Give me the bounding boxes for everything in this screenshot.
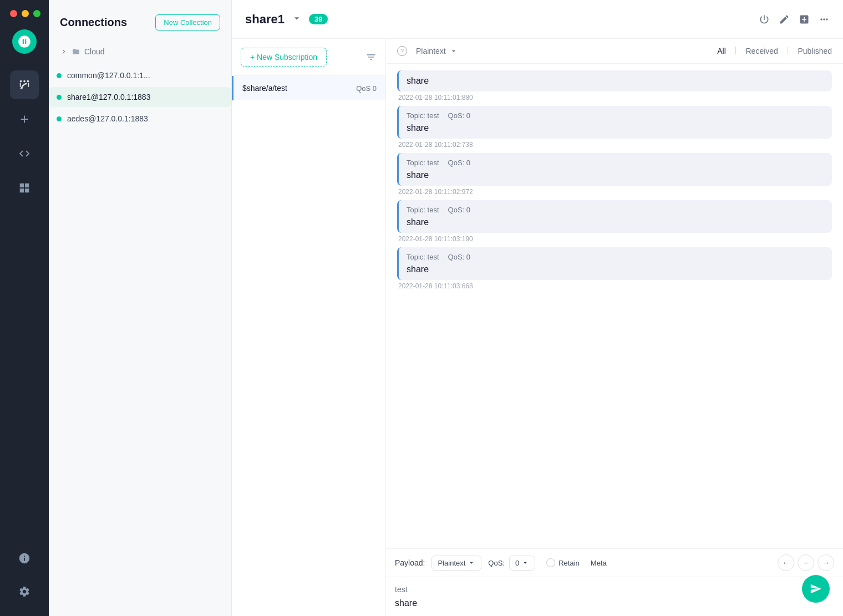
close-button[interactable] <box>10 10 17 17</box>
nav-items <box>10 70 39 544</box>
payload-format-select[interactable]: Plaintext <box>431 556 481 571</box>
sidebar-item-code[interactable] <box>10 139 39 168</box>
message-content-1: share <box>407 123 824 133</box>
connection-item-aedes[interactable]: aedes@127.0.0.1:1883 <box>49 109 231 129</box>
compose-message[interactable]: share <box>395 596 834 610</box>
info-icon <box>18 552 31 564</box>
maximize-button[interactable] <box>33 10 40 17</box>
payload-format-value: Plaintext <box>438 559 465 567</box>
content-area: + New Subscription $share/a/test QoS 0 ?… <box>232 39 843 616</box>
message-qos-2: QoS: 0 <box>448 159 470 167</box>
new-subscription-button[interactable]: + New Subscription <box>241 48 327 67</box>
qos-value: 0 <box>515 559 519 567</box>
data-icon <box>18 182 31 194</box>
clear-message-button[interactable]: − <box>798 554 814 571</box>
message-timestamp-0: 2022-01-28 10:11:01:880 <box>397 94 832 101</box>
message-count-badge: 39 <box>309 14 328 24</box>
send-button[interactable] <box>802 575 830 603</box>
compose-area: Payload: Plaintext QoS: 0 <box>386 548 843 616</box>
message-content-3: share <box>407 217 824 227</box>
message-qos-4: QoS: 0 <box>448 253 470 261</box>
connections-header: Connections New Collection <box>49 0 231 39</box>
message-bubble-2: Topic: test QoS: 0 share <box>397 153 832 186</box>
connections-panel: Connections New Collection Cloud common@… <box>49 0 232 616</box>
message-qos-1: QoS: 0 <box>448 111 470 120</box>
message-content-2: share <box>407 170 824 180</box>
message-topic-3: Topic: test <box>407 206 439 214</box>
message-item-4: Topic: test QoS: 0 share 2022-01-28 10:1… <box>397 247 832 290</box>
message-meta-1: Topic: test QoS: 0 <box>407 111 824 120</box>
help-icon[interactable]: ? <box>397 46 407 56</box>
filter-tab-all[interactable]: All <box>717 45 726 57</box>
nav-bottom <box>10 544 39 606</box>
add-icon <box>18 113 31 125</box>
sidebar-nav <box>0 0 49 616</box>
subscription-qos: QoS 0 <box>356 84 377 93</box>
cloud-group-header[interactable]: Cloud <box>58 44 222 59</box>
chevron-right-icon <box>60 48 68 55</box>
format-selector[interactable]: Plaintext <box>416 47 458 55</box>
new-collection-button[interactable]: New Collection <box>155 14 220 30</box>
add-tab-icon[interactable] <box>799 14 810 25</box>
compose-topic[interactable]: test <box>395 583 834 596</box>
message-content-4: share <box>407 264 824 274</box>
edit-icon[interactable] <box>779 14 790 25</box>
connection-item-common[interactable]: common@127.0.0.1:1... <box>49 65 231 85</box>
message-timestamp-2: 2022-01-28 10:11:02:972 <box>397 188 832 196</box>
prev-message-button[interactable]: ← <box>778 554 794 571</box>
filter-tabs: All | Received | Published <box>717 45 832 57</box>
compose-wrapper: Payload: Plaintext QoS: 0 <box>386 548 843 616</box>
qos-section: QoS: 0 <box>488 556 535 571</box>
subscription-topic: $share/a/test <box>242 84 287 93</box>
sidebar-item-connections[interactable] <box>10 70 39 99</box>
sidebar-item-settings[interactable] <box>10 577 39 606</box>
minimize-button[interactable] <box>22 10 29 17</box>
connection-name-aedes: aedes@127.0.0.1:1883 <box>67 114 148 123</box>
status-dot-common <box>57 73 62 78</box>
message-item-3: Topic: test QoS: 0 share 2022-01-28 10:1… <box>397 200 832 243</box>
more-icon[interactable] <box>819 14 830 25</box>
meta-button[interactable]: Meta <box>591 559 607 567</box>
message-timestamp-1: 2022-01-28 10:11:02:738 <box>397 141 832 149</box>
compose-nav-arrows: ← − → <box>778 554 834 571</box>
qos-label: QoS: <box>488 559 505 567</box>
power-icon[interactable] <box>759 14 770 25</box>
filter-tab-published[interactable]: Published <box>798 45 832 57</box>
message-meta-4: Topic: test QoS: 0 <box>407 253 824 261</box>
app-logo <box>12 29 37 54</box>
status-dot-share1 <box>57 95 62 100</box>
message-item-1: Topic: test QoS: 0 share 2022-01-28 10:1… <box>397 106 832 149</box>
next-message-button[interactable]: → <box>817 554 834 571</box>
top-bar-actions <box>759 14 830 25</box>
connection-dropdown-chevron[interactable] <box>291 13 302 26</box>
sidebar-item-add[interactable] <box>10 105 39 134</box>
message-item-2: Topic: test QoS: 0 share 2022-01-28 10:1… <box>397 153 832 196</box>
main-area: share1 39 + New Subscription $share/a/te… <box>232 0 843 616</box>
connection-item-share1[interactable]: share1@127.0.0.1:1883 <box>49 87 231 107</box>
format-label: Plaintext <box>416 47 446 55</box>
filter-tab-received[interactable]: Received <box>745 45 778 57</box>
format-chevron-icon <box>449 47 458 55</box>
retain-toggle[interactable]: Retain <box>546 558 580 567</box>
filter-icon[interactable] <box>365 52 377 63</box>
subscription-item-share[interactable]: $share/a/test QoS 0 <box>232 76 385 100</box>
message-topic-2: Topic: test <box>407 159 439 167</box>
messages-list: share 2022-01-28 10:11:01:880 Topic: tes… <box>386 64 843 548</box>
connection-list: common@127.0.0.1:1... share1@127.0.0.1:1… <box>49 64 231 130</box>
sidebar-item-data[interactable] <box>10 174 39 202</box>
qos-select[interactable]: 0 <box>509 556 535 571</box>
folder-icon <box>72 48 80 55</box>
connections-title: Connections <box>60 16 127 29</box>
connection-name-share1: share1@127.0.0.1:1883 <box>67 93 150 101</box>
top-bar: share1 39 <box>232 0 843 39</box>
active-connection-title: share1 <box>245 12 285 27</box>
message-topic-1: Topic: test <box>407 111 439 120</box>
retain-label: Retain <box>558 559 580 567</box>
message-bubble-0: share <box>397 70 832 91</box>
sidebar-item-info[interactable] <box>10 544 39 573</box>
payload-format-chevron <box>468 559 475 567</box>
payload-label: Payload: <box>395 558 425 567</box>
compose-input-area: test share <box>395 583 834 610</box>
connections-icon <box>18 79 31 91</box>
retain-circle-icon <box>546 558 555 567</box>
